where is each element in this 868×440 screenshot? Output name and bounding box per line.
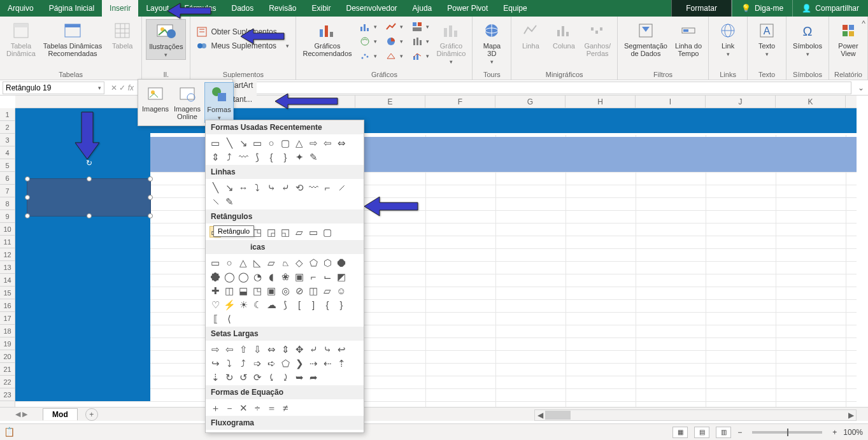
shape-smile[interactable]: ☺ (336, 285, 347, 296)
shape-rbrace[interactable]: } (280, 151, 291, 162)
shape-para[interactable]: ▱ (266, 257, 277, 268)
shape-dbrkt[interactable]: ⟦ (210, 313, 221, 324)
eq-minus[interactable]: － (224, 402, 235, 413)
tab-power-pivot[interactable]: Power Pivot (439, 0, 495, 17)
spark-coluna-button[interactable]: Coluna (548, 19, 579, 51)
fx-icon[interactable]: ✕ ✓ fx (111, 83, 134, 92)
sa-curv2[interactable]: ⤴ (238, 357, 249, 369)
row-2[interactable]: 2 (0, 121, 15, 134)
sa-5[interactable]: ➥ (294, 371, 305, 383)
zoom-value[interactable]: 100% (843, 428, 863, 437)
tab-pagina-inicial[interactable]: Página Inicial (41, 0, 102, 17)
row-10[interactable]: 10 (0, 223, 15, 236)
shape-hex[interactable]: ⬡ (322, 257, 333, 268)
shape-oct[interactable]: ⯄ (210, 271, 221, 282)
row-13[interactable]: 13 (0, 261, 15, 274)
shape-rect-r3[interactable]: ▢ (322, 226, 333, 238)
shape-lshape[interactable]: ⌙ (322, 271, 333, 282)
shape-arrow-l[interactable]: ⇦ (322, 137, 333, 148)
col-G[interactable]: G (495, 96, 566, 108)
horizontal-scrollbar[interactable]: ◀▶ (534, 409, 857, 421)
shape-oval[interactable]: ○ (266, 137, 277, 148)
eq-eq[interactable]: ＝ (266, 402, 277, 413)
formas-button[interactable]: Formas▾ (204, 82, 234, 123)
sa-bent4[interactable]: ⤸ (280, 371, 291, 383)
chart-combo-icon[interactable]: ▾ (409, 50, 432, 62)
row-22[interactable]: 22 (0, 376, 15, 388)
col-E[interactable]: E (355, 96, 425, 108)
shape-nos[interactable]: ⊘ (294, 285, 305, 296)
tab-desenvolvedor[interactable]: Desenvolvedor (339, 0, 405, 17)
shape-rect-round1[interactable]: ◱ (280, 226, 291, 238)
linha-tempo-button[interactable]: Linha do Tempo (672, 19, 704, 59)
graficos-recomendados-button[interactable]: Gráficos Recomendados (300, 19, 354, 59)
sa-quad[interactable]: ✥ (294, 343, 305, 355)
shape-rtri[interactable]: ◺ (252, 257, 263, 268)
shape-chord[interactable]: ◖ (266, 271, 277, 282)
row-9[interactable]: 9 (0, 210, 15, 223)
sa-callU[interactable]: ⇡ (336, 357, 347, 369)
resize-handle[interactable] (148, 176, 153, 181)
shape-cube[interactable]: ◳ (252, 285, 263, 296)
shape-moon[interactable]: ☾ (252, 299, 263, 310)
imagens-button[interactable]: Imagens (141, 82, 170, 123)
row-21[interactable]: 21 (0, 363, 15, 376)
tabela-dinamica-button[interactable]: Tabela Dinâmica (4, 19, 38, 59)
shape-bolt[interactable]: ⚡ (224, 299, 235, 310)
sa-sw[interactable]: ⟳ (252, 371, 263, 383)
shape-block[interactable]: ◫ (308, 285, 319, 296)
shape-l1[interactable]: ╲ (210, 181, 221, 193)
col-I[interactable]: I (636, 96, 706, 108)
row-14[interactable]: 14 (0, 274, 15, 287)
view-layout-button[interactable]: ▤ (694, 427, 709, 438)
sa-curv[interactable]: ⤵ (224, 357, 235, 369)
tabelas-recomendadas-button[interactable]: Tabelas Dinâmicas Recomendadas (41, 19, 104, 59)
shape-dia[interactable]: ◇ (294, 257, 305, 268)
tab-ajuda[interactable]: Ajuda (405, 0, 440, 17)
shape-l7[interactable]: ⟲ (294, 181, 305, 193)
chart-bar-icon[interactable]: ▾ (357, 20, 380, 33)
shape-fold[interactable]: ▱ (322, 285, 333, 296)
link-button[interactable]: Link▾ (713, 19, 743, 59)
shape-rect-round2s[interactable]: ▱ (294, 226, 305, 238)
shape-tb[interactable]: ▭ (210, 257, 221, 268)
view-break-button[interactable]: ▥ (716, 427, 731, 438)
shape-dec[interactable]: ◯ (224, 271, 235, 282)
sa-chev[interactable]: ❯ (294, 357, 305, 369)
shape-l8[interactable]: 〰 (308, 181, 319, 193)
shape-arc[interactable]: ⟆ (252, 151, 263, 162)
shape-cross[interactable]: ✚ (210, 285, 221, 296)
chart-hier-icon[interactable]: ▾ (409, 20, 432, 33)
shape-conn[interactable]: ⤴ (224, 151, 235, 162)
power-view-button[interactable]: Power View (833, 19, 864, 59)
row-5[interactable]: 5 (0, 159, 15, 172)
shape-brkt-l[interactable]: [ (294, 299, 305, 310)
shape-l6[interactable]: ⤶ (280, 181, 291, 193)
simbolos-button[interactable]: ΩSímbolos▾ (790, 19, 825, 59)
shape-l3[interactable]: ↔ (238, 181, 249, 193)
texto-button[interactable]: ATexto▾ (751, 19, 782, 59)
shape-diag[interactable]: ◩ (336, 271, 347, 282)
shape-donut[interactable]: ◎ (280, 285, 291, 296)
shape-arc2[interactable]: ⟆ (280, 299, 291, 310)
tab-equipe[interactable]: Equipe (495, 0, 534, 17)
shape-trap[interactable]: ⏢ (280, 257, 291, 268)
sa-lr[interactable]: ⇔ (266, 343, 277, 355)
resize-handle[interactable] (87, 176, 92, 181)
selected-rectangle-shape[interactable]: ↻ (27, 178, 151, 216)
shape-tri[interactable]: △ (294, 137, 305, 148)
shape-tear[interactable]: ❀ (280, 271, 291, 282)
shape-rect[interactable]: ▭ (252, 137, 263, 148)
sa-strip[interactable]: ➩ (252, 357, 263, 369)
row-7[interactable]: 7 (0, 185, 15, 197)
tab-revisao[interactable]: Revisão (261, 0, 304, 17)
clipboard-icon[interactable]: 📋 (4, 427, 15, 437)
sa-callL[interactable]: ⇠ (322, 357, 333, 369)
zoom-in-button[interactable]: + (832, 428, 837, 437)
shape-dodec[interactable]: ◯ (238, 271, 249, 282)
sa-notch[interactable]: ➪ (266, 357, 277, 369)
imagens-online-button[interactable]: Imagens Online (173, 82, 202, 123)
cells-area[interactable]: ↻ (15, 108, 857, 407)
add-sheet-button[interactable]: + (85, 408, 98, 421)
row-17[interactable]: 17 (0, 312, 15, 325)
